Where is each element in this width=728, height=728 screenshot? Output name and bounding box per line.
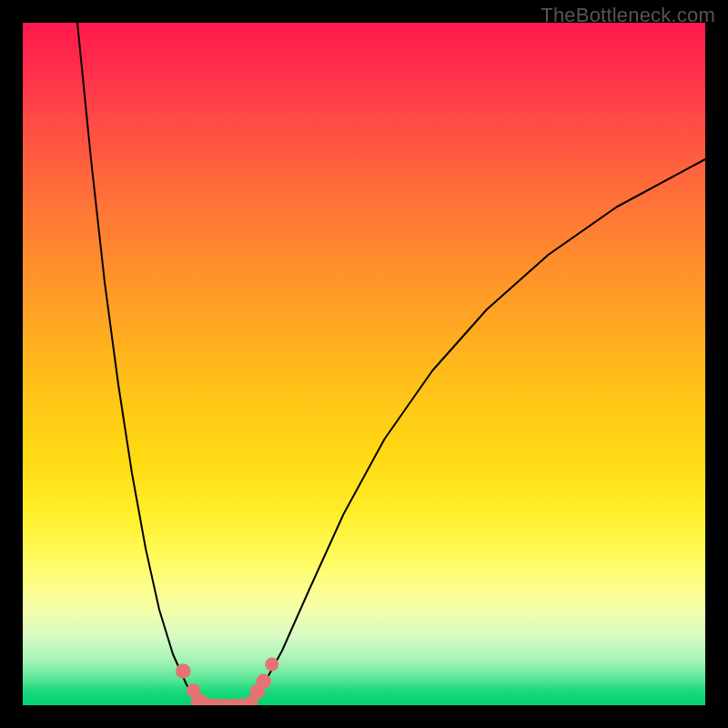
curve-marker	[257, 674, 272, 690]
curve-marker	[265, 658, 278, 672]
bottleneck-curve	[77, 23, 705, 705]
curve-marker	[176, 663, 191, 679]
watermark-text: TheBottleneck.com	[541, 4, 715, 27]
plot-area	[23, 23, 705, 705]
curve-layer	[23, 23, 705, 705]
curve-markers	[176, 658, 278, 706]
chart-frame: TheBottleneck.com	[0, 0, 728, 728]
